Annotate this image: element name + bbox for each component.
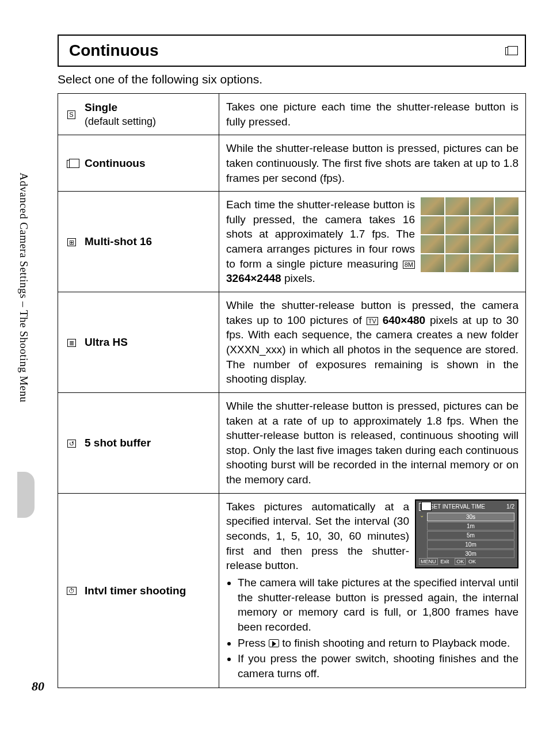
mode-label-ultrahs: ≣ Ultra HS [58,292,219,393]
table-row: S Single (default setting) Takes one pic… [58,94,526,135]
continuous-mode-icon [65,158,78,169]
mode-label-multishot: ⊞ Multi-shot 16 [58,192,219,292]
single-icon: S [65,109,78,120]
mode-name: Multi-shot 16 [85,234,152,249]
interval-icon: ⏱ [65,585,78,596]
caret-icon: ⌄ [420,511,424,520]
continuous-icon [505,43,514,58]
table-row: ↺ 5 shot buffer While the shutter-releas… [58,392,526,493]
section-side-label: Advanced Camera Settings – The Shooting … [17,173,30,402]
mode-name: Ultra HS [85,335,128,350]
mode-desc-ultrahs: While the shutter-release button is pres… [219,292,526,393]
multishot-preview [421,197,518,272]
table-row: ≣ Ultra HS While the shutter-release but… [58,292,526,393]
fiveshot-icon: ↺ [65,437,78,448]
table-row: ⊞ Multi-shot 16 Each time the shutter-re… [58,192,526,292]
mode-sublabel: (default setting) [85,114,156,128]
intro-text: Select one of the following six options. [58,72,526,86]
mode-desc-continuous: While the shutter-release button is pres… [219,135,526,192]
mode-name: Single [85,100,156,115]
mode-desc-interval: Takes pictures automatically at a specif… [219,493,526,688]
section-title: Continuous [69,41,159,60]
page-number: 80 [32,679,44,694]
size-icon: 8M [403,261,415,269]
lcd-preview: SET INTERVAL TIME 1/2 ⌄ 30s 1m 5m 10m 30… [415,499,518,568]
mode-label-fiveshot: ↺ 5 shot buffer [58,392,219,493]
interval-bullets: The camera will take pictures at the spe… [226,575,518,681]
options-table: S Single (default setting) Takes one pic… [58,93,526,688]
mode-name: 5 shot buffer [85,436,151,450]
ultrahs-icon: ≣ [65,337,78,348]
mode-name: Intvl timer shooting [85,583,186,598]
tv-icon: TV [367,317,378,325]
multishot-icon: ⊞ [65,236,78,247]
table-row: ⏱ Intvl timer shooting Takes pictures au… [58,493,526,688]
mode-desc-multishot: Each time the shutter-release button is … [219,192,526,292]
mode-desc-single: Takes one picture each time the shutter-… [219,94,526,135]
mode-label-interval: ⏱ Intvl timer shooting [58,493,219,688]
mode-name: Continuous [85,156,146,171]
side-thumb-tab [17,472,35,518]
mode-desc-fiveshot: While the shutter-release button is pres… [219,392,526,493]
section-title-box: Continuous [58,35,526,67]
table-row: Continuous While the shutter-release but… [58,135,526,192]
playback-icon [269,639,279,647]
mode-label-continuous: Continuous [58,135,219,192]
mode-label-single: S Single (default setting) [58,94,219,135]
